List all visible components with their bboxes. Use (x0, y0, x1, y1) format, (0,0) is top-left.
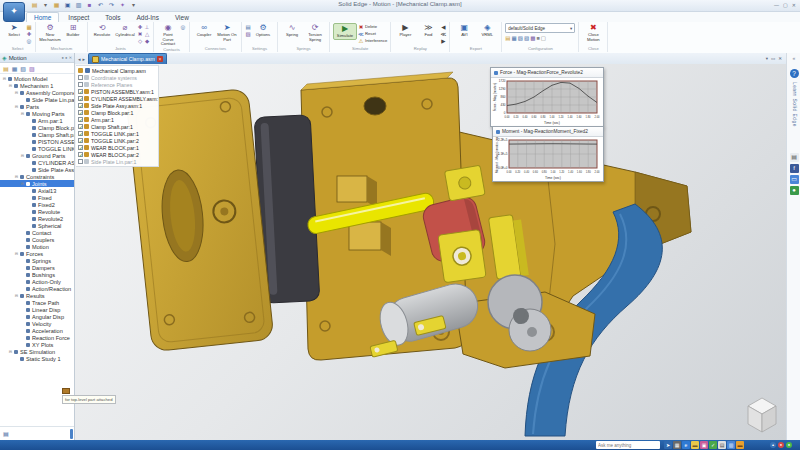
tree-item-reaction-force[interactable]: Reaction Force (0, 334, 74, 341)
tree-item-bushings[interactable]: Bushings (0, 271, 74, 278)
pathfinder-item-toggle-link-par-1[interactable]: ✓TOGGLE LINK.par:1 (76, 130, 158, 137)
globe-icon[interactable]: ● (790, 186, 799, 195)
tree-item-dampers[interactable]: Dampers (0, 264, 74, 271)
qat-icon[interactable]: ▥ (74, 1, 83, 10)
video-icon[interactable]: ▭ (790, 175, 799, 184)
app-menu-button[interactable]: ✦ (3, 2, 25, 22)
app-green-icon[interactable]: ✓ (709, 441, 717, 449)
visibility-checkbox[interactable] (78, 159, 83, 164)
visibility-checkbox[interactable]: ✓ (78, 110, 83, 115)
cylindrical-button[interactable]: ⌀Cylindrical (114, 23, 136, 38)
tab-add-ins[interactable]: Add-Ins (130, 13, 166, 22)
tree-item-forces[interactable]: ⊟Forces (0, 250, 74, 257)
configuration-dropdown[interactable]: default/Solid Edge▾ (505, 23, 575, 33)
motion-panel-header[interactable]: ◈ Motion ● ● ✕ (0, 53, 74, 63)
pathfinder-item-piston-assembly-asm-1[interactable]: ✓PISTON ASSEMBLY.asm:1 (76, 88, 158, 95)
small-button[interactable]: ◎ (180, 23, 186, 30)
doc-close-icon[interactable]: ✕ (778, 56, 782, 61)
tree-item-se-simulation[interactable]: ⊟SE Simulation (0, 348, 74, 355)
motion-on-part-button[interactable]: ➤Motion On Part (216, 23, 238, 42)
panel-control-icons[interactable]: ● ● ✕ (62, 55, 72, 60)
tree-item-assembly-components[interactable]: ⊟Assembly Components (0, 89, 74, 96)
visibility-checkbox[interactable]: ✓ (78, 96, 83, 101)
tree-expander-icon[interactable]: ⊟ (14, 251, 19, 256)
document-tab[interactable]: Mechanical Clamp.asm × (88, 53, 167, 64)
visibility-checkbox[interactable] (78, 82, 83, 87)
tab-tools[interactable]: Tools (98, 13, 127, 22)
avi-button[interactable]: ▣AVI (453, 23, 475, 38)
pathfinder-item-reference-planes[interactable]: Reference Planes (76, 81, 158, 88)
tree-item-mechanism-1[interactable]: ⊟Mechanism 1 (0, 82, 74, 89)
configuration-icon[interactable]: ■ (536, 35, 539, 41)
fwd-button[interactable]: ≫Fwd (417, 23, 439, 38)
3d-viewport[interactable]: Force - Mag-ReactionForce_Revolute204308… (75, 64, 786, 440)
tree-expander-icon[interactable]: ⊟ (2, 76, 7, 81)
point-curve-contact-button[interactable]: ◉Point Curve Contact (157, 23, 179, 47)
revolute-button[interactable]: ⟲Revolute (91, 23, 113, 38)
photos-icon[interactable]: ▣ (700, 441, 708, 449)
tree-expander-icon[interactable]: ⊟ (14, 293, 19, 298)
tray-up-icon[interactable]: ▴ (770, 442, 776, 448)
spring-button[interactable]: ∿Spring (281, 23, 303, 38)
pathfinder-item-arm-par-1[interactable]: ✓Arm.par:1 (76, 116, 158, 123)
pathfinder-item-wear-block-par-1[interactable]: ✓WEAR BLOCK.par:1 (76, 144, 158, 151)
pathfinder-item-coordinate-systems[interactable]: Coordinate systems (76, 74, 158, 81)
qat-icon[interactable]: ▣ (63, 1, 72, 10)
doc-nav-icon[interactable]: ▸ (83, 56, 86, 62)
visibility-checkbox[interactable]: ✓ (78, 89, 83, 94)
coupler-button[interactable]: ∞Coupler (193, 23, 215, 38)
chart-window-titlebar[interactable]: Moment - Mag-ReactionMoment_Fixed2 (493, 127, 603, 137)
visibility-checkbox[interactable]: ✓ (78, 145, 83, 150)
tree-item-revolute[interactable]: Revolute (0, 208, 74, 215)
tree-item-toggle-link-par-1[interactable]: TOGGLE LINK.par:1 (0, 145, 74, 152)
printer-icon[interactable]: ▤ (790, 153, 799, 162)
tree-item-angular-disp[interactable]: Angular Disp (0, 313, 74, 320)
app-blue-icon[interactable]: ▥ (727, 441, 735, 449)
tree-item-acceleration[interactable]: Acceleration (0, 327, 74, 334)
select-button[interactable]: ➤Select (3, 23, 25, 38)
visibility-checkbox[interactable]: ✓ (78, 103, 83, 108)
help-icon[interactable]: ? (790, 69, 799, 78)
close-icon[interactable]: ✕ (792, 1, 796, 9)
tree-item-axial13[interactable]: Axial13 (0, 187, 74, 194)
tab-inspect[interactable]: Inspect (61, 13, 96, 22)
configuration-icon[interactable]: ▦ (512, 35, 517, 41)
doc-nav-icon[interactable]: ◂ (78, 56, 81, 62)
small-button[interactable]: △ (144, 30, 150, 37)
tree-item-piston-assembly-asm-1[interactable]: PISTON ASSEMBLY.asm:1 (0, 138, 74, 145)
panel-tool-icon[interactable]: ▨ (29, 65, 35, 72)
tree-expander-icon[interactable]: ⊟ (8, 349, 13, 354)
simulate-button[interactable]: ▶Simulate (333, 23, 357, 40)
delete-button[interactable]: ✖Delete (358, 23, 387, 30)
tree-item-spherical[interactable]: Spherical (0, 222, 74, 229)
tree-expander-icon[interactable]: ⊟ (20, 111, 25, 116)
task-view-icon[interactable]: ➤ (664, 441, 672, 449)
tree-expander-icon[interactable]: ⊟ (14, 90, 19, 95)
qat-icon[interactable]: ▤ (30, 1, 39, 10)
qat-icon[interactable]: ▦ (52, 1, 61, 10)
options-button[interactable]: ⚙Options (252, 23, 274, 38)
pathfinder-item-wear-block-par-2[interactable]: ✓WEAR BLOCK.par:2 (76, 151, 158, 158)
folder2-icon[interactable]: ▬ (736, 441, 744, 449)
small-button[interactable]: ✖ (137, 30, 143, 37)
taskbar-search-input[interactable] (596, 441, 660, 449)
visibility-checkbox[interactable]: ✓ (78, 124, 83, 129)
tree-item-joints[interactable]: ⊟Joints (0, 180, 74, 187)
pathfinder-item-clamp-shaft-par-1[interactable]: ✓Clamp Shaft.par:1 (76, 123, 158, 130)
configuration-icon[interactable]: ▤ (505, 35, 510, 41)
tree-item-clamp-block-par-1[interactable]: Clamp Block.par:1 (0, 124, 74, 131)
tree-item-contact[interactable]: Contact (0, 229, 74, 236)
tray-green-icon[interactable]: ● (786, 442, 792, 448)
qat-icon[interactable]: ↶ (96, 1, 105, 10)
tab-view[interactable]: View (168, 13, 196, 22)
tree-item-velocity[interactable]: Velocity (0, 320, 74, 327)
small-button[interactable]: ◆ (144, 37, 150, 44)
panel-tool-icon[interactable]: ▧ (20, 65, 26, 72)
store-icon[interactable]: ▦ (673, 441, 681, 449)
edge-icon[interactable]: e (682, 441, 690, 449)
tree-item-motion-model[interactable]: ⊟Motion Model (0, 75, 74, 82)
tree-item-springs[interactable]: Springs (0, 257, 74, 264)
tree-item-static-study-1[interactable]: Static Study 1 (0, 355, 74, 362)
small-button[interactable]: ⊥ (144, 23, 150, 30)
tree-item-side-plate-assy-asm-1[interactable]: Side Plate Assy.asm:1 (0, 166, 74, 173)
